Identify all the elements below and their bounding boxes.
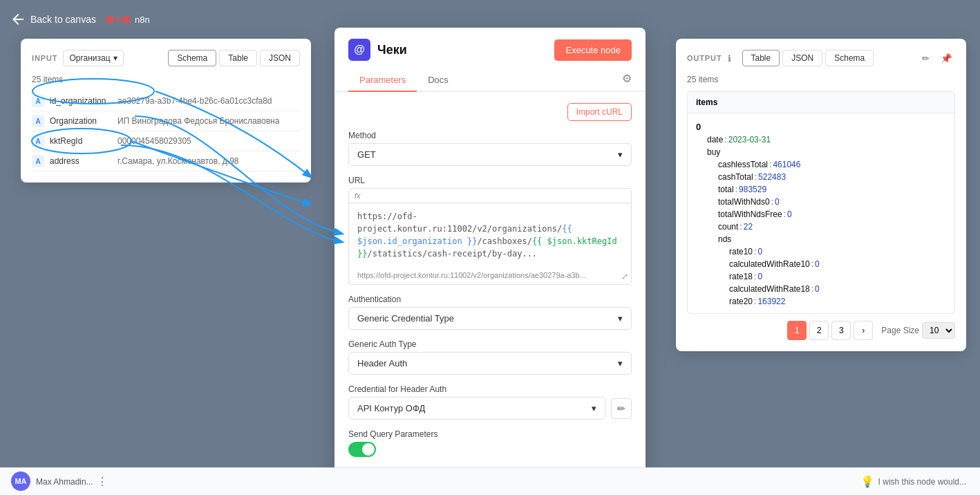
- tree-line: rate20 : 163922: [729, 295, 946, 308]
- items-panel-body: 0 date : 2023-03-31 buy cashlessTotal : …: [688, 113, 954, 313]
- send-query-params-label: Send Query Parameters: [348, 429, 632, 439]
- generic-auth-value: Header Auth: [357, 358, 407, 368]
- credential-field-group: Credential for Header Auth API Контур ОФ…: [348, 384, 632, 420]
- user-more-button[interactable]: ⋮: [97, 475, 108, 488]
- credential-edit-button[interactable]: ✏: [611, 398, 632, 419]
- svg-point-1: [115, 17, 121, 22]
- tab-schema-output[interactable]: Schema: [825, 50, 874, 66]
- page-size-label: Page Size: [881, 326, 919, 335]
- tree-line: calculatedWithRate10 : 0: [729, 258, 946, 270]
- table-row: A kktRegId 0000045458029305: [32, 131, 300, 151]
- bottom-bar: MA Max Ahmadin... ⋮ 💡 I wish this node w…: [0, 467, 980, 495]
- tab-json[interactable]: JSON: [260, 50, 300, 66]
- field-value: ae30279a-a3b7-4be4-b26c-6a01cc3cfa8d: [117, 96, 272, 106]
- table-row: A address г.Самара, ул.Космонавтов, д.98: [32, 151, 300, 171]
- fx-label: fx: [355, 192, 361, 200]
- page-size-select[interactable]: 10 25 50: [922, 322, 955, 339]
- tree-line: rate10 : 0: [729, 245, 946, 258]
- tree-line: totalWithNdsFree : 0: [718, 208, 946, 221]
- tab-schema[interactable]: Schema: [168, 50, 216, 66]
- method-value: GET: [357, 149, 376, 160]
- credential-value: API Контур ОФД: [357, 403, 425, 413]
- n8n-logo: n8n: [104, 11, 150, 28]
- auth-label: Authentication: [348, 295, 632, 304]
- type-badge: A: [32, 155, 44, 167]
- field-value: 0000045458029305: [117, 136, 191, 146]
- tree-line: cashTotal : 522483: [718, 171, 946, 183]
- tree-section-0: 0: [696, 122, 946, 132]
- output-actions: ✏ 📌: [919, 52, 955, 65]
- tree-line: total : 983529: [718, 183, 946, 196]
- url-end: /statistics/cash-receipt/by-day...: [367, 249, 537, 259]
- page-1-button[interactable]: 1: [787, 321, 807, 340]
- page-3-button[interactable]: 3: [831, 321, 851, 340]
- output-label: OUTPUT: [687, 54, 722, 62]
- wish-text: I wish this node would...: [878, 477, 966, 487]
- tab-table-output[interactable]: Table: [742, 50, 780, 66]
- tree-line: buy: [707, 146, 946, 158]
- tab-json-output[interactable]: JSON: [782, 50, 822, 66]
- table-row: A Organization ИП Виноградова Федосья Бр…: [32, 111, 300, 131]
- back-to-canvas-button[interactable]: Back to canvas: [11, 12, 96, 26]
- tree-line: rate18 : 0: [729, 270, 946, 283]
- generic-auth-select[interactable]: Header Auth ▾: [348, 352, 632, 375]
- chevron-down-icon: ▾: [592, 403, 596, 413]
- url-static: https://ofd-project.kontur.ru:11002/v2/o…: [357, 212, 562, 234]
- left-data-rows: A id_organization ae30279a-a3b7-4be4-b26…: [32, 91, 300, 171]
- input-dropdown[interactable]: Организац ▾: [63, 50, 123, 66]
- svg-point-0: [106, 15, 114, 24]
- credential-select[interactable]: API Контур ОФД ▾: [348, 397, 605, 420]
- credential-label: Credential for Header Auth: [348, 384, 632, 394]
- output-edit-button[interactable]: ✏: [919, 52, 932, 65]
- generic-auth-type-group: Generic Auth Type Header Auth ▾: [348, 339, 632, 375]
- tab-parameters[interactable]: Parameters: [348, 69, 417, 92]
- url-editor[interactable]: https://ofd-project.kontur.ru:11002/v2/o…: [349, 203, 631, 267]
- url-preview: https://ofd-project.kontur.ru:11002/v2/o…: [357, 271, 586, 279]
- page-next-button[interactable]: ›: [854, 321, 873, 340]
- n8n-logo-icon: [104, 11, 132, 28]
- modal-title-area: @ Чеки: [348, 39, 407, 61]
- chevron-down-icon: ▾: [618, 149, 623, 160]
- output-info-icon[interactable]: ℹ: [728, 53, 731, 64]
- right-items-count: 25 items: [687, 75, 955, 84]
- output-tabs: Table JSON Schema: [742, 50, 874, 66]
- method-field-group: Method GET ▾: [348, 131, 632, 166]
- modal-tabs: Parameters Docs ⚙: [334, 61, 646, 92]
- tree-line: calculatedWithRate18 : 0: [729, 283, 946, 295]
- chevron-down-icon: ▾: [113, 53, 117, 63]
- generic-auth-label: Generic Auth Type: [348, 339, 632, 349]
- output-header: OUTPUT ℹ Table JSON Schema ✏ 📌: [687, 50, 955, 66]
- url-mid: /cashboxes/: [477, 236, 531, 246]
- input-label: INPUT: [32, 54, 57, 62]
- method-select[interactable]: GET ▾: [348, 143, 632, 166]
- chevron-down-icon: ▾: [618, 313, 623, 324]
- tree-line: cashlessTotal : 461046: [718, 158, 946, 171]
- type-badge: A: [32, 95, 44, 107]
- tree-line: date : 2023-03-31: [707, 133, 946, 146]
- auth-select[interactable]: Generic Credential Type ▾: [348, 307, 632, 330]
- modal-node-icon: @: [348, 39, 370, 61]
- items-panel-header: items: [688, 92, 954, 113]
- import-curl-button[interactable]: Import cURL: [567, 103, 632, 121]
- left-panel: INPUT Организац ▾ Schema Table JSON 25 i…: [21, 39, 311, 183]
- chevron-down-icon: ▾: [618, 358, 623, 368]
- modal-header: @ Чеки Execute node: [334, 28, 646, 61]
- tab-docs[interactable]: Docs: [417, 69, 460, 92]
- settings-gear-icon[interactable]: ⚙: [622, 69, 632, 88]
- type-badge: A: [32, 115, 44, 127]
- url-label: URL: [348, 176, 632, 185]
- page-2-button[interactable]: 2: [809, 321, 829, 340]
- url-input-box[interactable]: fx https://ofd-project.kontur.ru:11002/v…: [348, 188, 632, 285]
- field-name: id_organization: [50, 96, 112, 106]
- field-name: Organization: [50, 116, 112, 126]
- toggle-container: [348, 442, 632, 457]
- tree-line: totalWithNds0 : 0: [718, 196, 946, 208]
- execute-node-button[interactable]: Execute node: [554, 39, 632, 61]
- field-value: ИП Виноградова Федосья Брониславовна: [117, 116, 279, 126]
- tab-table[interactable]: Table: [219, 50, 257, 66]
- modal-title: Чеки: [377, 43, 407, 57]
- table-row: A id_organization ae30279a-a3b7-4be4-b26…: [32, 91, 300, 111]
- send-query-toggle[interactable]: [348, 442, 376, 457]
- url-expand-button[interactable]: ⤢: [621, 272, 628, 281]
- output-pin-button[interactable]: 📌: [938, 52, 955, 65]
